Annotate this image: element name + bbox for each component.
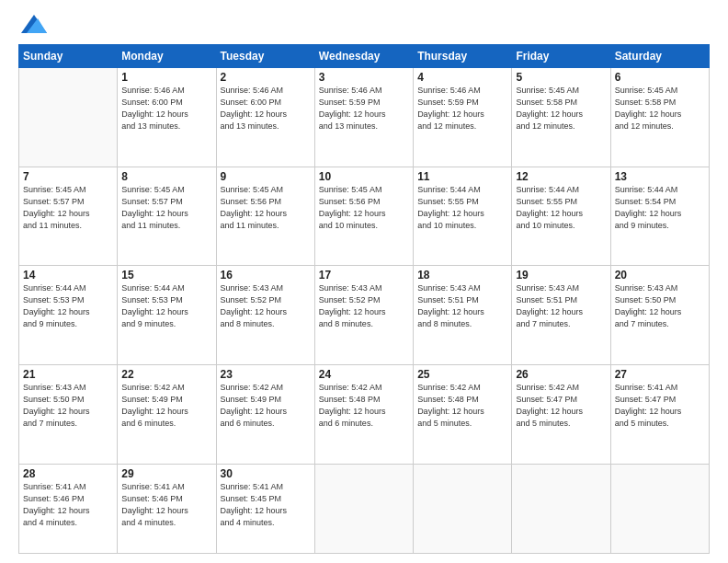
day-info: Sunrise: 5:44 AM Sunset: 5:55 PM Dayligh…: [417, 184, 507, 232]
day-number: 23: [221, 368, 311, 381]
day-info: Sunrise: 5:45 AM Sunset: 5:57 PM Dayligh…: [23, 184, 113, 232]
calendar-header-tuesday: Tuesday: [216, 45, 314, 68]
day-info: Sunrise: 5:41 AM Sunset: 5:46 PM Dayligh…: [23, 481, 113, 529]
day-number: 21: [23, 368, 113, 381]
day-number: 14: [23, 269, 113, 282]
calendar-cell: 7Sunrise: 5:45 AM Sunset: 5:57 PM Daylig…: [19, 167, 118, 266]
day-number: 29: [121, 467, 211, 480]
day-number: 26: [516, 368, 606, 381]
day-info: Sunrise: 5:44 AM Sunset: 5:55 PM Dayligh…: [516, 184, 606, 232]
calendar-cell: 21Sunrise: 5:43 AM Sunset: 5:50 PM Dayli…: [19, 364, 118, 464]
calendar-header-wednesday: Wednesday: [314, 45, 413, 68]
day-info: Sunrise: 5:45 AM Sunset: 5:58 PM Dayligh…: [615, 85, 705, 132]
day-info: Sunrise: 5:42 AM Sunset: 5:49 PM Dayligh…: [121, 382, 211, 430]
calendar-cell: 2Sunrise: 5:46 AM Sunset: 6:00 PM Daylig…: [216, 68, 314, 167]
calendar-cell: 22Sunrise: 5:42 AM Sunset: 5:49 PM Dayli…: [118, 364, 216, 464]
day-number: 8: [121, 170, 211, 183]
calendar-cell: [314, 464, 413, 553]
calendar-cell: 9Sunrise: 5:45 AM Sunset: 5:56 PM Daylig…: [216, 167, 314, 266]
day-info: Sunrise: 5:45 AM Sunset: 5:57 PM Dayligh…: [121, 184, 211, 232]
day-info: Sunrise: 5:44 AM Sunset: 5:54 PM Dayligh…: [615, 184, 705, 232]
calendar-cell: 27Sunrise: 5:41 AM Sunset: 5:47 PM Dayli…: [610, 364, 709, 464]
calendar-cell: [610, 464, 709, 553]
calendar-cell: 11Sunrise: 5:44 AM Sunset: 5:55 PM Dayli…: [414, 167, 512, 266]
day-info: Sunrise: 5:45 AM Sunset: 5:58 PM Dayligh…: [516, 85, 606, 132]
day-number: 30: [221, 467, 311, 480]
calendar-cell: 29Sunrise: 5:41 AM Sunset: 5:46 PM Dayli…: [118, 464, 216, 553]
header: [18, 17, 710, 35]
day-number: 18: [417, 269, 507, 282]
calendar-week-row: 1Sunrise: 5:46 AM Sunset: 6:00 PM Daylig…: [19, 68, 710, 167]
day-number: 22: [121, 368, 211, 381]
day-number: 19: [516, 269, 606, 282]
calendar-cell: [512, 464, 610, 553]
calendar-cell: 8Sunrise: 5:45 AM Sunset: 5:57 PM Daylig…: [118, 167, 216, 266]
calendar-cell: 6Sunrise: 5:45 AM Sunset: 5:58 PM Daylig…: [610, 68, 709, 167]
day-info: Sunrise: 5:41 AM Sunset: 5:45 PM Dayligh…: [221, 481, 311, 529]
day-number: 4: [417, 71, 507, 84]
calendar-cell: 1Sunrise: 5:46 AM Sunset: 6:00 PM Daylig…: [118, 68, 216, 167]
day-number: 9: [221, 170, 311, 183]
calendar-header-sunday: Sunday: [19, 45, 118, 68]
calendar-page: SundayMondayTuesdayWednesdayThursdayFrid…: [0, 0, 728, 563]
calendar-header-saturday: Saturday: [610, 45, 709, 68]
calendar-cell: 17Sunrise: 5:43 AM Sunset: 5:52 PM Dayli…: [314, 266, 413, 365]
day-number: 2: [221, 71, 311, 84]
day-info: Sunrise: 5:42 AM Sunset: 5:49 PM Dayligh…: [221, 382, 311, 430]
day-info: Sunrise: 5:43 AM Sunset: 5:51 PM Dayligh…: [516, 282, 606, 330]
calendar-cell: 19Sunrise: 5:43 AM Sunset: 5:51 PM Dayli…: [512, 266, 610, 365]
day-info: Sunrise: 5:44 AM Sunset: 5:53 PM Dayligh…: [121, 282, 211, 330]
calendar-cell: 5Sunrise: 5:45 AM Sunset: 5:58 PM Daylig…: [512, 68, 610, 167]
calendar-cell: [414, 464, 512, 553]
day-number: 15: [121, 269, 211, 282]
day-number: 20: [615, 269, 705, 282]
calendar-cell: 24Sunrise: 5:42 AM Sunset: 5:48 PM Dayli…: [314, 364, 413, 464]
day-number: 3: [319, 71, 409, 84]
calendar-cell: 12Sunrise: 5:44 AM Sunset: 5:55 PM Dayli…: [512, 167, 610, 266]
day-info: Sunrise: 5:43 AM Sunset: 5:50 PM Dayligh…: [23, 382, 113, 430]
day-info: Sunrise: 5:43 AM Sunset: 5:50 PM Dayligh…: [615, 282, 705, 330]
calendar-header-row: SundayMondayTuesdayWednesdayThursdayFrid…: [19, 45, 710, 68]
calendar-cell: 15Sunrise: 5:44 AM Sunset: 5:53 PM Dayli…: [118, 266, 216, 365]
day-number: 13: [615, 170, 705, 183]
day-info: Sunrise: 5:46 AM Sunset: 6:00 PM Dayligh…: [121, 85, 211, 132]
day-number: 1: [121, 71, 211, 84]
day-info: Sunrise: 5:46 AM Sunset: 5:59 PM Dayligh…: [417, 85, 507, 132]
day-info: Sunrise: 5:43 AM Sunset: 5:52 PM Dayligh…: [319, 282, 409, 330]
day-number: 27: [615, 368, 705, 381]
calendar-cell: 3Sunrise: 5:46 AM Sunset: 5:59 PM Daylig…: [314, 68, 413, 167]
calendar-table: SundayMondayTuesdayWednesdayThursdayFrid…: [18, 44, 710, 554]
day-number: 28: [23, 467, 113, 480]
day-info: Sunrise: 5:42 AM Sunset: 5:48 PM Dayligh…: [417, 382, 507, 430]
day-number: 11: [417, 170, 507, 183]
calendar-cell: 26Sunrise: 5:42 AM Sunset: 5:47 PM Dayli…: [512, 364, 610, 464]
day-info: Sunrise: 5:43 AM Sunset: 5:51 PM Dayligh…: [417, 282, 507, 330]
day-info: Sunrise: 5:42 AM Sunset: 5:47 PM Dayligh…: [516, 382, 606, 430]
day-info: Sunrise: 5:44 AM Sunset: 5:53 PM Dayligh…: [23, 282, 113, 330]
day-number: 24: [319, 368, 409, 381]
day-info: Sunrise: 5:45 AM Sunset: 5:56 PM Dayligh…: [221, 184, 311, 232]
calendar-header-friday: Friday: [512, 45, 610, 68]
day-number: 10: [319, 170, 409, 183]
calendar-cell: 4Sunrise: 5:46 AM Sunset: 5:59 PM Daylig…: [414, 68, 512, 167]
calendar-cell: 16Sunrise: 5:43 AM Sunset: 5:52 PM Dayli…: [216, 266, 314, 365]
calendar-cell: 14Sunrise: 5:44 AM Sunset: 5:53 PM Dayli…: [19, 266, 118, 365]
day-number: 16: [221, 269, 311, 282]
day-number: 6: [615, 71, 705, 84]
day-number: 7: [23, 170, 113, 183]
day-info: Sunrise: 5:45 AM Sunset: 5:56 PM Dayligh…: [319, 184, 409, 232]
calendar-week-row: 14Sunrise: 5:44 AM Sunset: 5:53 PM Dayli…: [19, 266, 710, 365]
day-number: 5: [516, 71, 606, 84]
day-number: 17: [319, 269, 409, 282]
day-info: Sunrise: 5:46 AM Sunset: 5:59 PM Dayligh…: [319, 85, 409, 132]
calendar-week-row: 7Sunrise: 5:45 AM Sunset: 5:57 PM Daylig…: [19, 167, 710, 266]
calendar-cell: 13Sunrise: 5:44 AM Sunset: 5:54 PM Dayli…: [610, 167, 709, 266]
calendar-cell: 18Sunrise: 5:43 AM Sunset: 5:51 PM Dayli…: [414, 266, 512, 365]
calendar-week-row: 21Sunrise: 5:43 AM Sunset: 5:50 PM Dayli…: [19, 364, 710, 464]
calendar-cell: 10Sunrise: 5:45 AM Sunset: 5:56 PM Dayli…: [314, 167, 413, 266]
calendar-header-monday: Monday: [118, 45, 216, 68]
logo-icon: [21, 15, 47, 33]
day-info: Sunrise: 5:41 AM Sunset: 5:46 PM Dayligh…: [121, 481, 211, 529]
day-number: 25: [417, 368, 507, 381]
logo: [18, 17, 47, 35]
